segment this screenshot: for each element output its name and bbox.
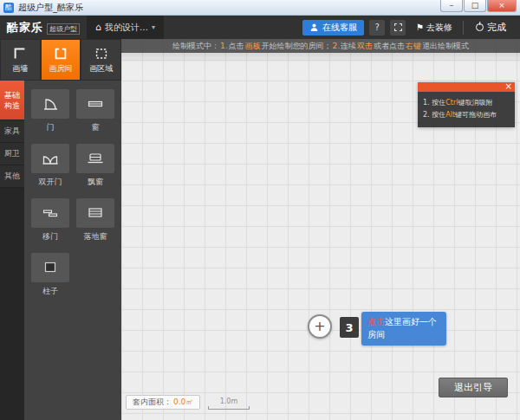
tool-draw-region[interactable]: 画区域 bbox=[81, 40, 120, 80]
scale-label: 1.0m bbox=[208, 397, 250, 405]
plus-icon: + bbox=[314, 320, 325, 333]
power-icon bbox=[476, 23, 484, 31]
guide-step-badge: 3 bbox=[340, 317, 359, 338]
finish-button[interactable]: 完成 bbox=[469, 21, 513, 34]
component-pillar[interactable]: 柱子 bbox=[31, 253, 69, 297]
mode-step1-number: 1. bbox=[220, 42, 228, 50]
component-door[interactable]: 门 bbox=[31, 89, 69, 133]
component-door-card bbox=[31, 89, 69, 119]
tip-alt-key: Alt bbox=[445, 111, 455, 119]
mode-step2-highlight2: 右键 bbox=[406, 41, 421, 52]
tab-kitchen-bath-label: 厨卫 bbox=[4, 148, 20, 159]
online-service-button[interactable]: 在线客服 bbox=[302, 20, 364, 36]
go-decorate-button[interactable]: ⚑ 去装修 bbox=[411, 22, 458, 34]
draw-mode-bar: 绘制模式中： 1. 点击 画板 开始绘制您的房间； 2. 连续 双击 或者点击 … bbox=[121, 39, 520, 53]
tab-other-label: 其他 bbox=[4, 171, 20, 182]
mode-step2-text: 连续 bbox=[341, 41, 356, 52]
titlebar[interactable]: 酷 超级户型_酷家乐 – □ × bbox=[0, 0, 520, 16]
tool-draw-room-label: 画房间 bbox=[49, 63, 73, 74]
component-panel: 门 窗 双开门 bbox=[24, 81, 121, 420]
minimize-button[interactable]: – bbox=[440, 0, 463, 12]
draw-tools: 画墙 画房间 画区域 bbox=[0, 39, 121, 81]
component-double-door-card bbox=[31, 144, 69, 173]
fullscreen-button[interactable] bbox=[390, 20, 406, 36]
component-window-card bbox=[76, 89, 114, 119]
finish-label: 完成 bbox=[487, 21, 506, 34]
tab-basic-structure-label: 基础构造 bbox=[2, 90, 23, 111]
category-tabs: 基础构造 家具 厨卫 其他 bbox=[0, 81, 24, 420]
header-actions: 在线客服 ? ⚑ 去装修 完成 bbox=[302, 20, 520, 36]
mode-step2-highlight1: 双击 bbox=[357, 41, 373, 52]
tool-draw-region-label: 画区域 bbox=[89, 63, 113, 74]
tip-line2-pre: 2. 按住 bbox=[423, 111, 445, 119]
tip-ctrl-key: Ctrl bbox=[445, 99, 458, 107]
tab-other[interactable]: 其他 bbox=[0, 165, 24, 188]
component-window-label: 窗 bbox=[92, 122, 100, 133]
logo-subtitle: 超级户型 bbox=[47, 23, 80, 35]
guide-tooltip: 点击这里画好一个房间 bbox=[361, 312, 446, 346]
window-title: 超级户型_酷家乐 bbox=[18, 2, 83, 14]
window-icon bbox=[86, 95, 105, 113]
tip-box-header: × bbox=[418, 82, 515, 92]
header-divider bbox=[463, 21, 464, 35]
draw-region-icon bbox=[93, 46, 110, 61]
mode-step2-rest: 退出绘制模式 bbox=[422, 41, 469, 52]
my-design-label: 我的设计… bbox=[105, 22, 148, 34]
mode-step2-mid: 或者点击 bbox=[374, 41, 405, 52]
component-door-label: 门 bbox=[47, 122, 55, 133]
chevron-down-icon: ▾ bbox=[152, 23, 155, 31]
tip-box-body: 1. 按住Ctrl键取消吸附 2. 按住Alt键可拖动画布 bbox=[418, 92, 515, 127]
component-pillar-label: 柱子 bbox=[42, 286, 58, 297]
app-icon: 酷 bbox=[3, 3, 14, 13]
component-bay-window-label: 飘窗 bbox=[88, 177, 103, 188]
bay-window-icon bbox=[86, 150, 105, 167]
component-window[interactable]: 窗 bbox=[76, 89, 114, 133]
tip-line1-post: 键取消吸附 bbox=[458, 99, 492, 107]
help-icon: ? bbox=[374, 20, 379, 36]
close-icon[interactable]: × bbox=[505, 81, 512, 91]
component-bay-window[interactable]: 飘窗 bbox=[76, 144, 114, 188]
logo-text: 酷家乐 bbox=[7, 20, 43, 36]
scale-line bbox=[208, 406, 250, 410]
fullscreen-icon bbox=[393, 23, 403, 32]
draw-room-icon bbox=[52, 46, 69, 61]
tab-basic-structure[interactable]: 基础构造 bbox=[0, 81, 24, 120]
tab-kitchen-bath[interactable]: 厨卫 bbox=[0, 143, 24, 165]
component-french-window-card bbox=[76, 198, 114, 228]
component-french-window[interactable]: 落地窗 bbox=[76, 198, 114, 242]
area-value: 0.0㎡ bbox=[173, 397, 193, 408]
component-double-door[interactable]: 双开门 bbox=[31, 144, 69, 188]
component-pillar-card bbox=[31, 253, 69, 282]
guide-tooltip-highlight: 点击 bbox=[367, 317, 385, 326]
maximize-button[interactable]: □ bbox=[464, 0, 486, 12]
sliding-door-icon bbox=[41, 204, 60, 222]
my-design-menu[interactable]: ⌂ 我的设计… ▾ bbox=[87, 16, 164, 39]
help-button[interactable]: ? bbox=[369, 20, 385, 36]
component-sliding-door[interactable]: 移门 bbox=[31, 198, 69, 242]
tool-draw-wall[interactable]: 画墙 bbox=[1, 40, 40, 80]
online-service-label: 在线客服 bbox=[322, 22, 357, 34]
close-button[interactable]: × bbox=[487, 0, 517, 12]
exit-guide-button[interactable]: 退出引导 bbox=[439, 378, 508, 397]
tab-furniture-label: 家具 bbox=[4, 126, 20, 137]
flag-icon: ⚑ bbox=[416, 23, 424, 32]
tool-draw-wall-label: 画墙 bbox=[12, 63, 28, 74]
person-icon bbox=[309, 23, 319, 32]
component-bay-window-card bbox=[76, 144, 114, 173]
window-controls: – □ × bbox=[439, 0, 517, 12]
home-icon: ⌂ bbox=[95, 22, 101, 33]
draw-wall-icon bbox=[11, 46, 29, 61]
go-decorate-label: 去装修 bbox=[426, 22, 452, 34]
component-double-door-label: 双开门 bbox=[39, 177, 62, 188]
mode-step1-rest: 开始绘制您的房间； bbox=[262, 41, 332, 52]
mode-step2-number: 2. bbox=[333, 42, 341, 50]
draw-start-target[interactable]: + bbox=[308, 314, 332, 339]
area-label: 套内面积： bbox=[133, 397, 172, 408]
app-logo: 酷家乐 超级户型 bbox=[0, 20, 87, 36]
mode-prefix: 绘制模式中： bbox=[172, 41, 219, 52]
tab-furniture[interactable]: 家具 bbox=[0, 120, 24, 143]
door-icon bbox=[41, 95, 60, 113]
tip-line2-post: 键可拖动画布 bbox=[455, 111, 497, 119]
tool-draw-room[interactable]: 画房间 bbox=[42, 40, 81, 80]
tip-line1-pre: 1. 按住 bbox=[423, 99, 445, 107]
